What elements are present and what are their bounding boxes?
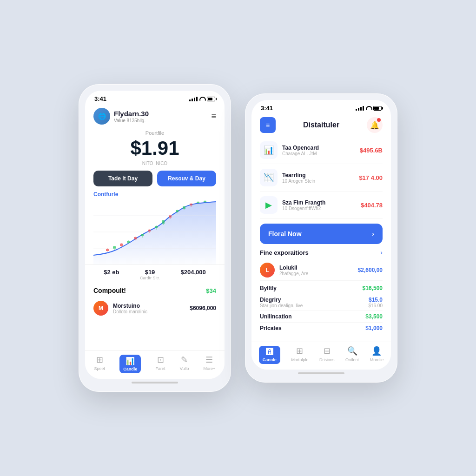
fine-row-2-sub: Star jion dealign, live [260,303,303,308]
user-sub: Dolloto marolinic [113,309,185,314]
canole-label: Canole [263,357,277,362]
svg-rect-7 [127,241,130,243]
tx-sub-3: 10 Dsogenrf:ffWf/2 [282,206,356,211]
right-status-bar: 3:41 [251,100,391,113]
right-header: ≡ Distaituler 🔔 [251,113,391,137]
svg-rect-15 [155,226,158,228]
right-nav-mortalple[interactable]: ⊞ Mortalple [291,346,308,364]
stat-1: $2 eb [104,269,119,280]
left-phone-screen: 3:41 🌐 [85,91,225,379]
notification-button[interactable]: 🔔 [367,117,383,133]
tx-icon-2: 📉 [260,169,278,186]
floral-now-button[interactable]: Floral Now › [260,224,383,244]
svg-rect-11 [141,234,144,236]
stats-row: $2 eb $19 Cardtr Sltr. $204,000 [85,264,225,284]
left-status-time: 3:41 [94,95,106,102]
floral-now-arrow: › [372,230,374,238]
left-bottom-nav: ⊞ Speet 📊 Candle ⊡ Faret ✎ Vullo ☰ Mo [85,350,225,379]
fine-row-4: Prlcates $1,000 [260,323,383,334]
stat-1-value: $2 eb [104,269,119,276]
tx-amount-3: $404.78 [361,202,383,209]
user-avatar: M [93,301,108,316]
nav-more[interactable]: ☰ More+ [204,355,216,373]
battery-icon [207,97,215,101]
canole-icon: 🅰 [266,348,273,356]
fine-rows: Bylltly $16,500 Diegrlry Star jion deali… [260,283,383,334]
more-icon: ☰ [205,355,213,365]
fine-arrow-icon[interactable]: › [380,249,383,256]
price-sub: NITO NICO [85,161,225,166]
tx-info-2: Tearrling 10 Arogen Stein [282,172,354,184]
svg-rect-29 [204,201,206,202]
morolie-label: Morolie [370,357,384,362]
tx-name-1: Taa Opencard [282,145,355,151]
left-status-icons [189,97,215,101]
morolie-icon: 👤 [371,346,382,356]
stat-2-value: $19 [140,269,160,276]
right-nav-morolie[interactable]: 👤 Morolie [370,346,384,364]
compound-label: Compoult! [93,287,126,294]
transaction-item-3: ▶ Sza Flm Frangth 10 Dsogenrf:ffWf/2 $40… [260,192,383,219]
right-nav-drisions[interactable]: ⊟ Drisions [319,346,335,364]
portfolio-label: Pourtfile [85,130,225,136]
right-wifi-icon [366,106,371,110]
fine-user-amount: $2,600,00 [358,267,383,273]
user-name: Morstuino [113,303,185,309]
mortalple-icon: ⊞ [296,346,303,356]
nav-vullo[interactable]: ✎ Vullo [180,355,189,373]
svg-rect-1 [106,249,109,251]
tx-info-3: Sza Flm Frangth 10 Dsogenrf:ffWf/2 [282,199,356,211]
faret-icon: ⊡ [157,355,164,365]
drisions-label: Drisions [319,357,335,362]
svg-rect-25 [190,204,192,205]
stat-2: $19 Cardtr Sltr. [140,269,160,280]
fine-row-4-amount: $1,000 [365,325,383,331]
fine-row-1-amount: $16,500 [363,285,383,291]
tx-icon-1: 📊 [260,141,278,159]
right-signal-icon [356,106,364,111]
fine-row-2-sub-amount: $16.00 [368,303,383,308]
trade-button[interactable]: Tade It Day [93,171,152,186]
ontlent-icon: 🔍 [347,346,357,356]
right-nav-ontlent[interactable]: 🔍 Ontlent [345,346,359,364]
right-status-icons [356,106,382,111]
tx-icon-3: ▶ [260,196,278,214]
user-row: M Morstuino Dolloto marolinic $6096,000 [85,297,225,319]
fine-row-1-name: Bylltly [260,285,277,291]
right-nav-canole[interactable]: 🅰 Canole [259,346,280,364]
user-info: Morstuino Dolloto marolinic [113,303,185,314]
fine-row-2-amounts: $15.0 $16.00 [368,297,383,308]
fine-section: Fine exporaitiors › L Loiukil 2hafagge, … [251,249,391,334]
menu-icon[interactable]: ≡ [211,112,216,121]
tx-sub-1: Charage AL. JtM [282,151,355,156]
mortalple-label: Mortalple [291,357,308,362]
fine-user-row: L Loiukil 2hafagge, Are $2,600,00 [260,260,383,281]
fine-row-2-name: Diegrlry [260,297,303,303]
svg-rect-5 [120,244,123,246]
phones-container: 3:41 🌐 [79,84,397,392]
nav-speet[interactable]: ⊞ Speet [94,355,106,373]
resouv-button[interactable]: Resouv & Day [157,171,216,186]
svg-rect-27 [197,202,199,203]
fine-user-avatar: L [260,263,275,278]
hamburger-button[interactable]: ≡ [260,117,276,133]
nav-candle[interactable]: 📊 Candle [119,355,141,373]
floral-now-label: Floral Now [268,230,302,238]
chart-svg [93,199,216,264]
svg-rect-23 [183,206,185,209]
fine-user-sub: 2hafagge, Are [279,271,353,276]
transaction-item-1: 📊 Taa Opencard Charage AL. JtM $495.6B [260,137,383,164]
fine-user-info: Loiukil 2hafagge, Are [279,264,353,276]
stat-3-value: $204,000 [181,269,206,276]
price-main: $1.91 [85,138,225,159]
logo-area: 🌐 Flydarn.30 Value 8135hllg. [93,108,149,125]
compound-value: $34 [206,287,216,294]
user-amount: $6096,000 [190,305,216,311]
stat-2-label: Cardtr Sltr. [140,276,160,280]
compound-row: Compoult! $34 [85,284,225,297]
right-bottom-nav: 🅰 Canole ⊞ Mortalple ⊟ Drisions 🔍 Ontlen… [251,342,391,370]
transaction-item-2: 📉 Tearrling 10 Arogen Stein $17 4.00 [260,164,383,192]
svg-rect-21 [176,210,178,212]
fine-row-3: Unilincation $3,500 [260,311,383,323]
nav-faret[interactable]: ⊡ Faret [156,355,165,373]
